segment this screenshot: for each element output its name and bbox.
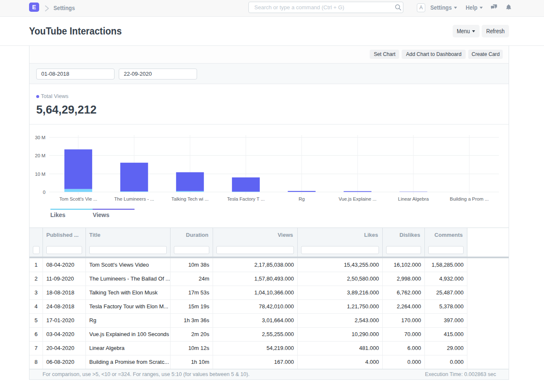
svg-text:Tesla Factory T ...: Tesla Factory T ... bbox=[227, 196, 264, 201]
svg-text:Talking Tech wi ...: Talking Tech wi ... bbox=[171, 196, 208, 201]
svg-text:30 M: 30 M bbox=[35, 135, 45, 140]
svg-text:Vue.js Explaine ...: Vue.js Explaine ... bbox=[339, 196, 376, 201]
svg-text:10 M: 10 M bbox=[35, 172, 45, 177]
svg-text:Views: Views bbox=[93, 212, 109, 218]
svg-text:The Lumineers - ...: The Lumineers - ... bbox=[114, 196, 154, 201]
svg-text:20 M: 20 M bbox=[35, 153, 45, 158]
svg-text:Linear Algebra: Linear Algebra bbox=[398, 196, 429, 201]
svg-text:Rg: Rg bbox=[299, 196, 304, 201]
svg-text:Likes: Likes bbox=[51, 212, 66, 218]
svg-text:Tom Scott's Vie ...: Tom Scott's Vie ... bbox=[59, 196, 97, 201]
svg-text:Building a Prom ...: Building a Prom ... bbox=[450, 196, 488, 201]
svg-text:0: 0 bbox=[43, 190, 45, 195]
